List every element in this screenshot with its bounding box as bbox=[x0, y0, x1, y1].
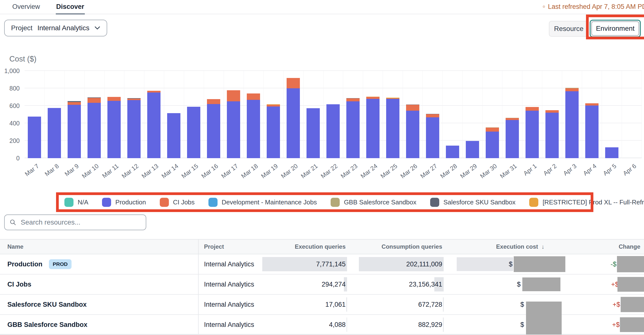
resource-name[interactable]: GBB Salesforce Sandbox bbox=[7, 321, 88, 328]
stacked-bar-mar-8[interactable] bbox=[48, 108, 61, 158]
redaction-box bbox=[526, 304, 562, 334]
stacked-bar-mar-7[interactable] bbox=[28, 117, 41, 158]
search-input[interactable] bbox=[20, 218, 141, 226]
bar-segment bbox=[68, 105, 81, 158]
y-tick-label: 600 bbox=[9, 102, 20, 109]
resource-name[interactable]: CI Jobs bbox=[7, 281, 32, 288]
stacked-bar-mar-24[interactable] bbox=[366, 97, 380, 158]
bar-segment bbox=[247, 100, 260, 158]
y-tick-label: 800 bbox=[9, 85, 20, 92]
project-filter-label: Project bbox=[11, 24, 32, 32]
bar-segment bbox=[526, 107, 539, 111]
stacked-bar-apr-1[interactable] bbox=[526, 107, 539, 158]
legend-item-gbb-salesforce-sandbox[interactable]: GBB Salesforce Sandbox bbox=[330, 198, 416, 207]
stacked-bar-mar-30[interactable] bbox=[486, 127, 499, 158]
bar-slot-mar-20 bbox=[284, 71, 303, 158]
stacked-bar-mar-21[interactable] bbox=[306, 108, 320, 158]
stacked-bar-mar-28[interactable] bbox=[446, 146, 459, 158]
legend-item-ci-jobs[interactable]: CI Jobs bbox=[160, 198, 195, 207]
legend-item-salesforce-sku-sandbox[interactable]: Salesforce SKU Sandbox bbox=[430, 198, 516, 207]
bar-segment bbox=[546, 113, 559, 158]
project-filter-dropdown[interactable]: Project Internal Analytics bbox=[4, 20, 107, 37]
tab-discover[interactable]: Discover bbox=[56, 0, 85, 15]
stacked-bar-mar-20[interactable] bbox=[286, 78, 300, 158]
stacked-bar-mar-19[interactable] bbox=[267, 104, 280, 158]
bar-slot-mar-26 bbox=[402, 71, 422, 158]
bar-slot-mar-9 bbox=[64, 71, 84, 158]
bar-segment bbox=[227, 90, 240, 101]
arrow-down-icon: ↓ bbox=[542, 243, 544, 250]
redaction-box bbox=[617, 256, 644, 272]
stacked-bar-apr-2[interactable] bbox=[546, 110, 559, 158]
value-text: 882,929 bbox=[418, 321, 442, 328]
stacked-bar-apr-4[interactable] bbox=[585, 103, 598, 158]
stacked-bar-mar-23[interactable] bbox=[346, 98, 360, 158]
bar-segment bbox=[306, 108, 320, 158]
stacked-bar-mar-29[interactable] bbox=[466, 141, 479, 158]
legend-item-development-maintenance-jobs[interactable]: Development - Maintenance Jobs bbox=[208, 198, 317, 207]
cell-change: -$ bbox=[565, 254, 644, 274]
bar-segment bbox=[227, 101, 240, 158]
column-header-consumption-queries[interactable]: Consumption queries bbox=[347, 240, 444, 254]
stacked-bar-mar-16[interactable] bbox=[207, 99, 220, 158]
group-by-resource-button[interactable]: Resource bbox=[549, 21, 589, 37]
stacked-bar-mar-9[interactable] bbox=[68, 101, 81, 158]
stacked-bar-mar-25[interactable] bbox=[386, 98, 400, 158]
stacked-bar-mar-26[interactable] bbox=[406, 105, 419, 158]
column-header-execution-queries[interactable]: Execution queries bbox=[280, 240, 347, 254]
cell-consumption-queries: 23,156,341 bbox=[347, 274, 444, 294]
table-row[interactable]: GBB Salesforce SandboxInternal Analytics… bbox=[0, 315, 644, 335]
change-sign: +$ bbox=[612, 321, 620, 328]
stacked-bar-mar-11[interactable] bbox=[108, 97, 121, 158]
stacked-bar-mar-27[interactable] bbox=[426, 114, 439, 158]
stacked-bar-mar-22[interactable] bbox=[326, 104, 340, 158]
bar-segment bbox=[565, 88, 578, 91]
bar-slot-mar-23 bbox=[343, 71, 363, 158]
dollar-sign: $ bbox=[517, 281, 520, 288]
stacked-bar-mar-14[interactable] bbox=[167, 113, 180, 158]
legend-item-n-a[interactable]: N/A bbox=[64, 198, 88, 207]
column-header-project[interactable]: Project bbox=[198, 240, 280, 254]
cell-execution-cost: $ bbox=[444, 315, 565, 334]
prod-badge: PROD bbox=[49, 259, 72, 269]
legend-swatch-icon bbox=[208, 198, 218, 207]
stacked-bar-mar-12[interactable] bbox=[127, 98, 140, 158]
stacked-bar-apr-3[interactable] bbox=[565, 88, 578, 158]
cell-execution-queries: 17,061 bbox=[280, 295, 347, 314]
resource-name[interactable]: Salesforce SKU Sandbox bbox=[7, 301, 87, 308]
tab-overview[interactable]: Overview bbox=[12, 0, 40, 15]
stacked-bar-apr-5[interactable] bbox=[605, 147, 618, 158]
stacked-bar-mar-13[interactable] bbox=[147, 91, 160, 158]
cell-execution-cost: $ bbox=[444, 274, 565, 294]
stacked-bar-mar-15[interactable] bbox=[187, 107, 200, 158]
stacked-bar-mar-31[interactable] bbox=[506, 118, 519, 158]
bar-slot-mar-17 bbox=[224, 71, 244, 158]
group-by-environment-button[interactable]: Environment bbox=[592, 22, 639, 36]
cell-execution-queries: 294,274 bbox=[280, 274, 347, 294]
legend-item--restricted-prod-xl-full-refresh-jobs[interactable]: [RESTRICTED] Prod XL -- Full-Refresh job… bbox=[529, 198, 644, 207]
table-row[interactable]: ProductionPRODInternal Analytics7,771,14… bbox=[0, 254, 644, 274]
redaction-box bbox=[620, 317, 644, 332]
bar-segment bbox=[386, 99, 400, 158]
bar-slot-mar-29 bbox=[462, 71, 482, 158]
resource-name[interactable]: Production bbox=[7, 260, 42, 268]
project-filter-value: Internal Analytics bbox=[37, 24, 90, 32]
column-header-name[interactable]: Name bbox=[0, 240, 198, 254]
table-row[interactable]: CI JobsInternal Analytics294,27423,156,3… bbox=[0, 274, 644, 295]
bar-slot-mar-22 bbox=[323, 71, 343, 158]
bar-segment bbox=[167, 113, 180, 158]
stacked-bar-mar-18[interactable] bbox=[247, 94, 260, 158]
tab-group: Overview Discover bbox=[12, 0, 85, 14]
bar-segment bbox=[207, 104, 220, 158]
stacked-bar-mar-17[interactable] bbox=[227, 90, 240, 158]
chevron-down-icon bbox=[94, 26, 100, 30]
bar-segment bbox=[426, 117, 439, 158]
cell-name: CI Jobs bbox=[0, 274, 198, 294]
value-text: 7,771,145 bbox=[316, 260, 346, 268]
column-header-change[interactable]: Change bbox=[565, 240, 644, 254]
legend-item-production[interactable]: Production bbox=[102, 198, 146, 207]
column-header-execution-cost[interactable]: Execution cost ↓ bbox=[444, 240, 565, 254]
bar-segment bbox=[546, 110, 559, 113]
stacked-bar-mar-10[interactable] bbox=[88, 97, 101, 158]
cell-execution-queries: 7,771,145 bbox=[280, 254, 347, 274]
